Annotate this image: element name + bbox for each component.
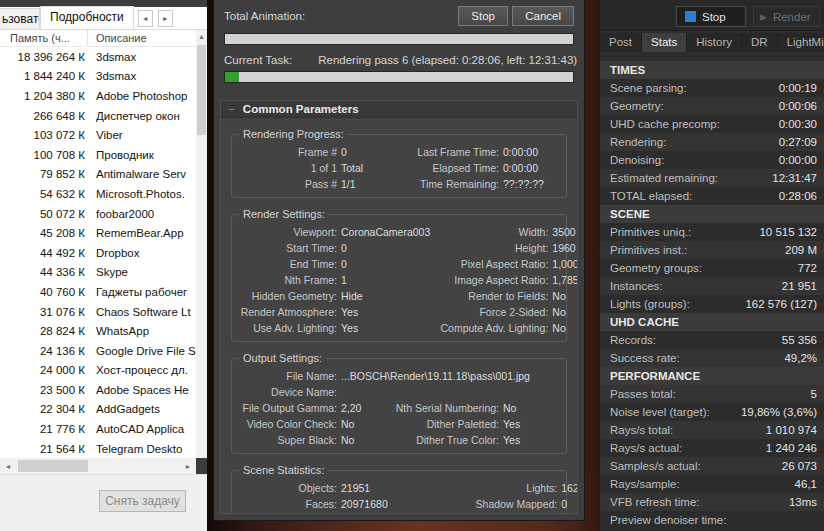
group-title: Scene Statistics: [239,464,328,476]
stat-value: 0:00:06 [779,97,817,115]
stat-value: 0:00:19 [779,79,817,97]
stat-value: 772 [798,259,817,277]
cancel-button[interactable]: Cancel [512,6,574,26]
current-task-value: Rendering pass 6 (elapsed: 0:28:06, left… [318,54,577,66]
stat-row: Primitives uniq.:10 515 132 [600,223,824,241]
param-label: Last Frame Time: [385,144,499,160]
section-header: UHD CACHE [600,313,824,331]
stat-row: Rays/s total:1 010 974 [600,421,824,439]
collapse-icon: − [229,104,235,115]
process-row[interactable]: 18 396 264 К3dsmax [0,47,196,67]
column-header-memory[interactable]: Память (ч... [0,30,88,46]
tab-users[interactable]: ьзователи [0,8,40,29]
horizontal-scrollbar-thumb[interactable] [18,460,88,472]
stat-value: 55 356 [782,331,817,349]
tab-scroll-left-icon[interactable]: ◄ [138,10,153,27]
tab-scroll-right-icon[interactable]: ► [158,10,173,27]
stat-value: 49,2% [784,349,817,367]
vfb-tab-post[interactable]: Post [600,33,642,52]
process-description: Antimalware Serv [96,168,196,180]
process-description: Хост-процесс дл. [96,364,196,376]
process-row[interactable]: 31 076 КChaos Software Lt [0,302,196,322]
param-value: Yes [341,304,430,320]
stat-row: Records:55 356 [600,331,824,349]
vfb-tab-lightmix[interactable]: LightMix [778,33,824,52]
group-box: Render Settings:Viewport:CoronaCamera003… [231,214,567,342]
vfb-stop-button[interactable]: Stop [676,6,746,27]
process-row[interactable]: 79 852 КAntimalware Serv [0,165,196,185]
param-value: No [341,432,381,448]
param-label: Width: [434,224,548,240]
process-memory: 22 304 К [0,403,85,415]
process-description: Chaos Software Lt [96,306,196,318]
vertical-scrollbar[interactable]: ▲ [196,30,207,458]
process-row[interactable]: 28 824 КWhatsApp [0,321,196,341]
vfb-stats-list: TIMESScene parsing:0:00:19Geometry:0:00:… [600,55,824,531]
process-row[interactable]: 50 072 Кfoobar2000 [0,204,196,224]
process-row[interactable]: 44 336 КSkype [0,263,196,283]
tab-details[interactable]: Подробности [40,6,134,29]
param-label: Nth Serial Numbering: [385,400,499,416]
stat-value: 5 [811,385,817,403]
scroll-left-icon[interactable]: ◄ [0,463,16,470]
render-progress-dialog: Total Animation: Stop Cancel Current Tas… [213,0,585,521]
section-header: TIMES [600,61,824,79]
process-memory: 21 564 К [0,443,85,455]
process-memory: 266 648 К [0,110,85,122]
column-header-description[interactable]: Описание [89,30,196,44]
stat-label: Records: [610,331,656,349]
stat-label: Primitives inst.: [610,241,687,259]
rollout-header[interactable]: − Common Parameters [221,101,577,118]
process-row[interactable]: 40 760 КГаджеты рабочег [0,282,196,302]
process-row[interactable]: 54 632 КMicrosoft.Photos. [0,184,196,204]
param-label: Compute Adv. Lighting: [434,320,548,336]
param-value: 21951 [341,480,439,496]
stat-label: Noise level (target): [610,403,710,421]
process-row[interactable]: 44 492 КDropbox [0,243,196,263]
param-label: Shadow Mapped: [443,496,557,512]
process-row[interactable]: 24 136 КGoogle Drive File S [0,341,196,361]
process-description: Skype [96,266,196,278]
render-play-icon: ▶ [760,12,767,22]
task-manager-panel: ьзователи Подробности ◄ ► Память (ч... О… [0,0,207,531]
process-row[interactable]: 100 708 КПроводник [0,145,196,165]
end-task-button[interactable]: Снять задачу [99,490,186,512]
stat-value: 0:27:09 [779,133,817,151]
process-description: foobar2000 [96,208,196,220]
process-row[interactable]: 21 564 КTelegram Deskto [0,439,196,458]
scroll-right-icon[interactable]: ► [180,463,196,470]
process-row[interactable]: 22 304 КAddGadgets [0,400,196,420]
scroll-up-icon[interactable]: ▲ [196,30,207,43]
process-row[interactable]: 45 208 КRememBear.App [0,223,196,243]
process-row[interactable]: 23 500 КAdobe Spaces He [0,380,196,400]
process-row[interactable]: 103 072 КViber [0,125,196,145]
process-memory: 21 776 К [0,423,85,435]
stat-value: 26 073 [782,457,817,475]
process-row[interactable]: 21 776 КAutoCAD Applica [0,419,196,439]
param-value: 3500 [552,224,578,240]
process-row[interactable]: 24 000 КХост-процесс дл. [0,361,196,381]
stat-row: Denoising:0:00:00 [600,151,824,169]
vertical-scrollbar-thumb[interactable] [197,45,206,135]
vfb-tab-history[interactable]: History [687,33,742,52]
param-label: Super Black: [239,432,337,448]
stat-label: Rendering: [610,133,666,151]
stat-row: Rays/sample:46,1 [600,475,824,493]
vfb-tab-dr[interactable]: DR [742,33,778,52]
stop-button[interactable]: Stop [458,6,508,26]
process-row[interactable]: 266 648 КДиспетчер окон [0,106,196,126]
total-animation-progressbar [224,33,574,45]
process-row[interactable]: 1 844 240 К3dsmax [0,67,196,87]
param-label: Force 2-Sided: [434,304,548,320]
process-description: Проводник [96,149,196,161]
horizontal-scrollbar[interactable]: ◄ ► [0,458,196,474]
param-value: 0 [341,144,381,160]
current-task-line: Current Task: Rendering pass 6 (elapsed:… [224,54,574,66]
group-title: Output Settings: [239,352,326,364]
vfb-render-button[interactable]: ▶ Render [753,6,820,27]
stat-label: Rays/s total: [610,421,673,439]
vfb-tab-stats[interactable]: Stats [642,33,687,52]
group-box: Scene Statistics:Objects:21951Lights:162… [231,470,567,514]
param-value: 0:00:00 [503,160,559,176]
process-row[interactable]: 1 204 380 КAdobe Photoshop [0,86,196,106]
